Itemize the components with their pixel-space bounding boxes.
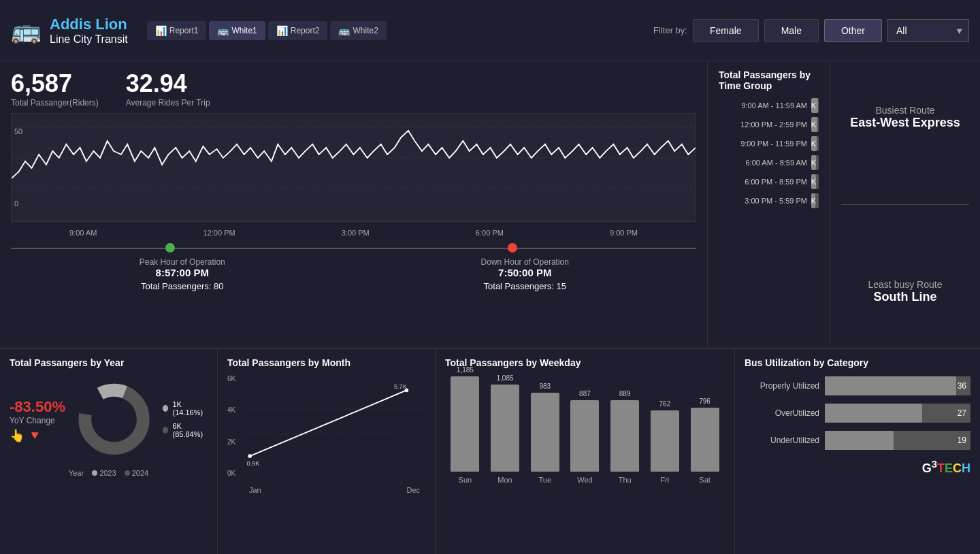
- tab-white2[interactable]: 🚌White2: [330, 21, 386, 40]
- time-bar-val: 0.9K: [811, 197, 816, 205]
- peak-hour-passengers: Total Passengers: 80: [11, 281, 354, 291]
- down-hour-passengers: Total Passengers: 15: [354, 281, 697, 291]
- chart-x-labels: 9:00 AM 12:00 PM 3:00 PM 6:00 PM 9:00 PM: [11, 227, 696, 238]
- weekday-bar-group: 887 Wed: [570, 390, 599, 484]
- weekday-bar: [691, 408, 719, 472]
- down-dot: [508, 243, 517, 252]
- time-bar-outer: 1.0K: [811, 174, 819, 189]
- filter-male[interactable]: Male: [764, 19, 819, 42]
- weekday-bar: [531, 393, 559, 472]
- monthly-chart-container: 6K 4K 2K 0K: [227, 375, 425, 494]
- util-bar-row: Properly Utilized 36: [745, 376, 970, 395]
- kpi-row: 6,587 Total Passanger(Riders) 32.94 Aver…: [11, 69, 696, 108]
- donut-area: -83.50% YoY Change 👆 🔻 1K: [10, 375, 208, 463]
- time-bar-label: 3:00 PM - 5:59 PM: [719, 197, 807, 205]
- util-bar-row: OverUtilized 27: [745, 404, 970, 423]
- tech-h: H: [962, 461, 970, 475]
- yoy-info: -83.50% YoY Change 👆 🔻: [10, 395, 65, 443]
- down-indicator: [354, 241, 697, 255]
- bus-logo-icon: 🚌: [11, 16, 42, 45]
- least-route-label: Least busy Route: [841, 279, 969, 290]
- util-bar-val: 27: [958, 408, 966, 418]
- kpi-avg-rides: 32.94 Average Rides Per Trip: [126, 69, 210, 108]
- tab-report1[interactable]: 📊Report1: [147, 21, 207, 40]
- kpi-avg-label: Average Rides Per Trip: [126, 98, 210, 108]
- util-bar-fill: [825, 376, 956, 395]
- yoy-icons: 👆 🔻: [10, 428, 65, 443]
- down-hour-value: 7:50:00 PM: [354, 267, 697, 278]
- yoy-label: YoY Change: [10, 416, 65, 425]
- weekday-bar-value: 1,185: [457, 366, 474, 374]
- kpi-avg-value: 32.94: [126, 69, 210, 98]
- weekday-bar: [651, 410, 679, 472]
- peak-indicator: [11, 241, 354, 255]
- util-bar-val: 19: [958, 436, 966, 445]
- weekday-day-label: Mon: [497, 476, 512, 484]
- util-label: UnderUtilized: [745, 436, 819, 445]
- filter-female[interactable]: Female: [693, 19, 759, 42]
- x-label-9am: 9:00 AM: [69, 229, 97, 237]
- tech-r: T: [937, 461, 945, 475]
- time-bar-val: 1.0K: [811, 178, 816, 186]
- util-bar-outer: 36: [825, 376, 970, 395]
- legend-2023: 1K (14.16%): [163, 400, 208, 417]
- x-label-9pm: 9:00 PM: [610, 229, 638, 237]
- filter-dropdown[interactable]: All: [887, 19, 969, 42]
- hours-row: Peak Hour of Operation 8:57:00 PM Total …: [11, 241, 696, 291]
- x-label-6pm: 6:00 PM: [476, 229, 504, 237]
- month-jan: Jan: [249, 486, 261, 494]
- time-bar-val: 1.1K: [811, 140, 816, 148]
- weekday-bar-value: 889: [619, 390, 631, 397]
- time-group-bar-row: 3:00 PM - 5:59 PM 0.9K: [719, 193, 819, 208]
- weekday-bar-group: 796 Sat: [691, 397, 719, 484]
- time-bar-val: 1.4K: [811, 101, 816, 110]
- yearly-panel: Total Passangers by Year -83.50% YoY Cha…: [0, 349, 218, 554]
- legend-label-2023: 1K (14.16%): [172, 400, 208, 417]
- weekday-day-label: Fri: [660, 476, 669, 484]
- year-2024: 2024: [125, 469, 149, 477]
- monthly-panel: Total Passangers by Month 6K 4K 2K 0K: [218, 349, 436, 554]
- route-panel: Busiest Route East-West Express Least bu…: [830, 61, 980, 348]
- legend-2024: 6K (85.84%): [163, 422, 208, 438]
- util-bar-outer: 19: [825, 431, 970, 450]
- util-bar-fill: [825, 431, 894, 450]
- weekday-bar-value: 983: [539, 382, 551, 390]
- x-label-3pm: 3:00 PM: [342, 229, 370, 237]
- down-hour-title: Down Hour of Operation: [354, 257, 697, 267]
- kpi-total-passengers: 6,587 Total Passanger(Riders): [11, 69, 99, 108]
- legend-dot-2024: [163, 427, 168, 434]
- time-bar-label: 6:00 AM - 8:59 AM: [719, 159, 807, 167]
- weekday-day-label: Sun: [459, 476, 472, 484]
- time-group-bar-row: 12:00 PM - 2:59 PM 1.3K: [719, 117, 819, 132]
- weekday-bar-value: 762: [659, 400, 671, 408]
- monthly-x-labels: Jan Dec: [244, 486, 425, 494]
- util-bar-fill: [825, 404, 922, 423]
- filter-other[interactable]: Other: [824, 19, 882, 42]
- weekday-panel: Total Passangers by Weekday 1,185 Sun 1,…: [436, 349, 735, 554]
- main-content: 6,587 Total Passanger(Riders) 32.94 Aver…: [0, 61, 980, 554]
- least-route-section: Least busy Route South Line: [841, 279, 969, 304]
- util-label: OverUtilized: [745, 408, 819, 418]
- peak-hour-block: Peak Hour of Operation 8:57:00 PM Total …: [11, 241, 354, 291]
- svg-text:0.9K: 0.9K: [247, 460, 261, 467]
- monthly-svg: 0.9K 5.7K: [244, 375, 425, 484]
- weekday-bar-group: 1,085 Mon: [491, 374, 519, 484]
- weekday-bar-group: 1,185 Sun: [451, 366, 479, 484]
- time-group-bar-row: 9:00 AM - 11:59 AM 1.4K: [719, 98, 819, 113]
- dropdown-wrapper: All ▼: [887, 19, 969, 42]
- time-group-bar-row: 9:00 PM - 11:59 PM 1.1K: [719, 136, 819, 151]
- g3-text: G: [922, 461, 932, 475]
- tab-report2[interactable]: 📊Report2: [268, 21, 328, 40]
- yoy-change: -83.50%: [10, 398, 65, 416]
- least-route-name: South Line: [841, 290, 969, 304]
- month-dec: Dec: [406, 486, 420, 494]
- time-bar-label: 12:00 PM - 2:59 PM: [719, 120, 807, 129]
- util-bar-val: 36: [958, 381, 966, 391]
- weekday-chart: 1,185 Sun 1,085 Mon 983 Tue 887 Wed 889 …: [445, 375, 725, 498]
- weekday-day-label: Thu: [619, 476, 632, 484]
- monthly-title: Total Passangers by Month: [227, 357, 425, 368]
- year-legend: Year 2023 2024: [10, 469, 208, 477]
- tab-white1[interactable]: 🚌White1: [209, 21, 265, 40]
- hand-icon: 👆: [10, 428, 24, 443]
- filter-section: Filter by: Female Male Other All ▼: [653, 19, 969, 42]
